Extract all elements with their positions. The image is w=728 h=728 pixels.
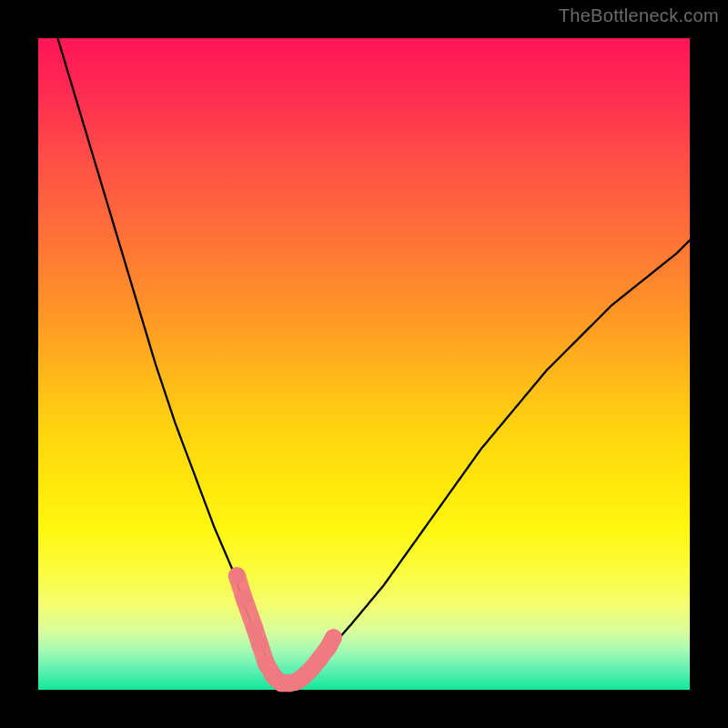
watermark-text: TheBottleneck.com — [559, 5, 719, 26]
svg-point-2 — [246, 619, 263, 636]
chart-frame: TheBottleneck.com — [0, 0, 728, 728]
svg-point-0 — [228, 567, 246, 584]
svg-point-14 — [325, 629, 342, 646]
svg-point-3 — [251, 635, 268, 652]
curve — [57, 38, 690, 683]
chart-overlay — [0, 0, 728, 728]
highlight-dots — [228, 567, 342, 692]
svg-point-1 — [236, 590, 253, 607]
